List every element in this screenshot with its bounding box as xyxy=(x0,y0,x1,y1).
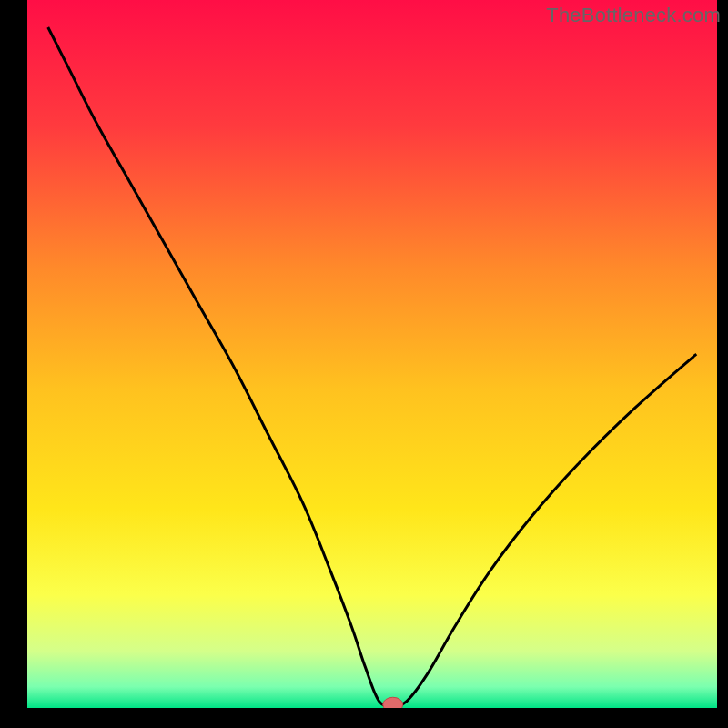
frame-right xyxy=(717,0,728,728)
chart-root: TheBottleneck.com xyxy=(0,0,728,728)
chart-svg xyxy=(0,0,728,728)
watermark-text: TheBottleneck.com xyxy=(546,4,721,27)
frame-bottom xyxy=(0,708,728,728)
plot-background xyxy=(27,0,717,708)
frame-left xyxy=(0,0,27,728)
